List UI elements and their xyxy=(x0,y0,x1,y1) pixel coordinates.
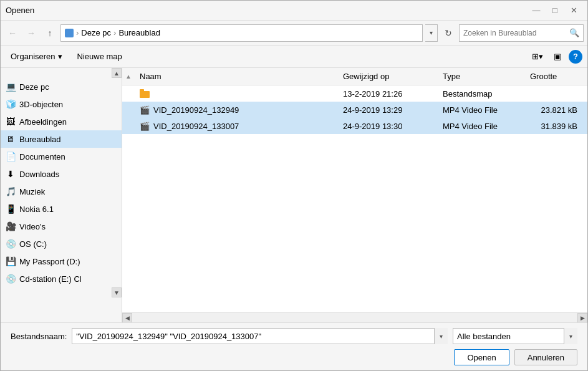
sidebar-item-afbeeldingen[interactable]: 🖼 Afbeeldingen xyxy=(1,113,122,130)
nokia-label: Nokia 6.1 xyxy=(19,205,54,214)
address-path[interactable]: › Deze pc › Bureaublad xyxy=(60,24,423,42)
filetype-select[interactable]: Alle bestanden xyxy=(453,328,577,344)
videos-icon: 🎥 xyxy=(6,221,16,231)
bureaublad-label: Bureaublad xyxy=(19,135,61,144)
path-separator-2: › xyxy=(113,28,116,37)
path-deze-pc: Deze pc xyxy=(81,28,111,37)
sidebar-item-os-c[interactable]: 💿 OS (C:) xyxy=(1,235,122,253)
view-grid-icon: ⊞ xyxy=(532,52,539,61)
column-headers: ▲ Naam Gewijzigd op Type Grootte xyxy=(122,68,587,85)
table-row[interactable]: 13-2-2019 21:26 Bestandsmap xyxy=(122,85,587,102)
col-header-naam[interactable]: Naam xyxy=(135,72,338,81)
filetype-select-wrap: Alle bestanden ▾ xyxy=(453,328,577,344)
dialog-title: Openen xyxy=(6,6,34,15)
muziek-label: Muziek xyxy=(19,187,45,196)
sidebar-item-videos[interactable]: 🎥 Video's xyxy=(1,218,122,235)
open-button[interactable]: Openen xyxy=(454,349,509,365)
cdstation-icon: 💿 xyxy=(6,274,16,284)
h-scroll-left-button[interactable]: ◀ xyxy=(122,313,132,323)
forward-button[interactable]: → xyxy=(23,25,39,41)
up-button[interactable]: ↑ xyxy=(42,25,58,41)
help-button[interactable]: ? xyxy=(569,50,582,64)
vid1-name-label: VID_20190924_132949 xyxy=(153,105,239,115)
3d-icon: 🧊 xyxy=(6,99,16,109)
sidebar-scroll-down[interactable]: ▼ xyxy=(112,287,122,297)
search-input[interactable] xyxy=(463,29,567,37)
sidebar-item-bureaublad[interactable]: 🖥 Bureaublad xyxy=(1,130,122,148)
title-bar: Openen — □ ✕ xyxy=(1,1,587,21)
path-separator-1: › xyxy=(76,28,79,37)
file-gewijzigd-folder: 13-2-2019 21:26 xyxy=(338,89,438,99)
refresh-button[interactable]: ↻ xyxy=(440,25,456,41)
filename-input-wrap: ▾ xyxy=(72,328,448,344)
bureaublad-icon: 🖥 xyxy=(6,134,16,144)
action-row: Openen Annuleren xyxy=(11,349,577,365)
muziek-icon: 🎵 xyxy=(6,186,16,196)
toolbar: Organiseren ▾ Nieuwe map ⊞▾ ▣ ? xyxy=(1,46,587,68)
col-header-type[interactable]: Type xyxy=(438,72,525,81)
deze-pc-label: Deze pc xyxy=(19,82,49,92)
col-header-grootte[interactable]: Grootte xyxy=(525,72,587,81)
toolbar-right: ⊞▾ ▣ ? xyxy=(529,49,582,65)
main-area: ▲ 💻 Deze pc 🧊 3D-objecten 🖼 Afbeeldingen… xyxy=(1,68,587,322)
sidebar-item-mypassport[interactable]: 💾 My Passport (D:) xyxy=(1,253,122,270)
organize-button[interactable]: Organiseren ▾ xyxy=(6,49,67,65)
maximize-button[interactable]: □ xyxy=(546,4,564,17)
nokia-icon: 📱 xyxy=(6,204,16,214)
file-grootte-vid2: 31.839 kB xyxy=(525,122,587,131)
sidebar-item-nokia[interactable]: 📱 Nokia 6.1 xyxy=(1,200,122,218)
file-naam-vid2: 🎬 VID_20190924_133007 xyxy=(135,121,338,131)
mypassport-icon: 💾 xyxy=(6,256,16,266)
filename-input[interactable] xyxy=(72,328,448,344)
view-icon-button[interactable]: ⊞▾ xyxy=(529,49,546,65)
vid2-name-label: VID_20190924_133007 xyxy=(153,122,239,131)
sidebar-item-cdstation[interactable]: 💿 Cd-station (E:) Cl xyxy=(1,270,122,287)
h-scroll-track xyxy=(132,313,577,323)
file-naam-folder xyxy=(135,89,338,99)
table-row[interactable]: 🎬 VID_20190924_133007 24-9-2019 13:30 MP… xyxy=(122,118,587,134)
sidebar-item-downloads[interactable]: ⬇ Downloads xyxy=(1,165,122,183)
filename-dropdown-button[interactable]: ▾ xyxy=(434,328,448,344)
organize-chevron: ▾ xyxy=(58,52,62,61)
close-button[interactable]: ✕ xyxy=(565,4,582,17)
table-row[interactable]: 🎬 VID_20190924_132949 24-9-2019 13:29 MP… xyxy=(122,102,587,118)
horizontal-scrollbar: ◀ ▶ xyxy=(122,312,587,322)
file-list: 13-2-2019 21:26 Bestandsmap 🎬 VID_201909… xyxy=(122,85,587,312)
video-icon-2: 🎬 xyxy=(140,121,150,131)
videos-label: Video's xyxy=(19,222,46,231)
file-type-vid2: MP4 Video File xyxy=(438,122,525,131)
col-header-gewijzigd[interactable]: Gewijzigd op xyxy=(338,72,438,81)
file-naam-vid1: 🎬 VID_20190924_132949 xyxy=(135,105,338,115)
pane-button[interactable]: ▣ xyxy=(549,49,566,65)
sidebar-item-muziek[interactable]: 🎵 Muziek xyxy=(1,183,122,200)
sidebar-item-documenten[interactable]: 📄 Documenten xyxy=(1,148,122,165)
address-dropdown-button[interactable]: ▾ xyxy=(425,24,438,42)
window-controls: — □ ✕ xyxy=(528,4,582,17)
os-c-label: OS (C:) xyxy=(19,239,47,249)
sidebar-scroll-up[interactable]: ▲ xyxy=(112,68,122,78)
file-type-folder: Bestandsmap xyxy=(438,89,525,99)
documenten-label: Documenten xyxy=(19,152,65,161)
folder-icon xyxy=(140,89,150,99)
filename-row: Bestandsnaam: ▾ Alle bestanden ▾ xyxy=(11,328,577,344)
address-bar: ← → ↑ › Deze pc › Bureaublad ▾ ↻ 🔍 xyxy=(1,21,587,46)
sidebar-item-3d-objecten[interactable]: 🧊 3D-objecten xyxy=(1,95,122,113)
sidebar-item-deze-pc[interactable]: 💻 Deze pc xyxy=(1,78,122,95)
downloads-label: Downloads xyxy=(19,170,59,179)
mypassport-label: My Passport (D:) xyxy=(19,257,80,266)
h-scroll-right-button[interactable]: ▶ xyxy=(577,313,587,323)
back-button[interactable]: ← xyxy=(4,25,21,41)
cdstation-label: Cd-station (E:) Cl xyxy=(19,274,82,284)
file-grootte-vid1: 23.821 kB xyxy=(525,105,587,115)
new-folder-button[interactable]: Nieuwe map xyxy=(72,49,127,65)
col-sort-arrow: ▲ xyxy=(122,73,135,80)
bottom-bar: Bestandsnaam: ▾ Alle bestanden ▾ Openen … xyxy=(1,322,587,370)
path-bureaublad: Bureaublad xyxy=(118,28,160,37)
file-gewijzigd-vid2: 24-9-2019 13:30 xyxy=(338,122,438,131)
file-type-vid1: MP4 Video File xyxy=(438,105,525,115)
afbeeldingen-icon: 🖼 xyxy=(6,117,16,127)
file-gewijzigd-vid1: 24-9-2019 13:29 xyxy=(338,105,438,115)
minimize-button[interactable]: — xyxy=(528,4,545,17)
video-icon: 🎬 xyxy=(140,105,150,115)
cancel-button[interactable]: Annuleren xyxy=(514,349,577,365)
